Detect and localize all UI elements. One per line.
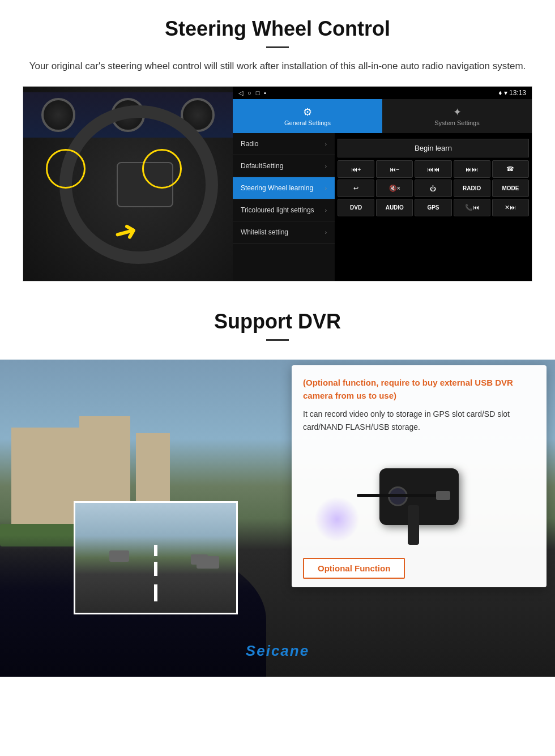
seicane-logo-text: Seicane bbox=[246, 642, 309, 659]
menu-icon: ▪ bbox=[264, 89, 266, 97]
settings-icon: ⚙ bbox=[303, 106, 312, 118]
android-ui: ◁ ○ □ ▪ ♦ ▾ 13:13 ⚙ General Settings ✦ bbox=[233, 87, 532, 281]
footage-car-1 bbox=[109, 550, 129, 562]
status-nav-icons: ◁ ○ □ ▪ bbox=[238, 89, 266, 97]
begin-learn-button[interactable]: Begin learn bbox=[338, 139, 529, 157]
back-icon: ◁ bbox=[238, 89, 243, 97]
steering-wheel-image: ➜ bbox=[23, 87, 233, 281]
ctrl-btn-mode[interactable]: MODE bbox=[492, 180, 529, 197]
android-status-bar: ◁ ○ □ ▪ ♦ ▾ 13:13 bbox=[233, 87, 532, 99]
usb-cable bbox=[357, 494, 442, 497]
ctrl-btn-radio[interactable]: RADIO bbox=[454, 180, 490, 197]
ctrl-btn-prev-track[interactable]: ⏮⏮ bbox=[415, 160, 451, 178]
menu-default-label: DefaultSetting bbox=[241, 162, 283, 170]
road-line-2 bbox=[154, 562, 157, 576]
chevron-icon: › bbox=[325, 207, 327, 213]
control-buttons-grid: ⏮+ ⏮− ⏮⏮ ⏭⏭ ☎ ↩ 🔇× ⏻ RADIO MODE DVD AUDI… bbox=[338, 160, 529, 216]
status-time-area: ♦ ▾ 13:13 bbox=[498, 89, 526, 97]
ctrl-btn-hang-up[interactable]: ↩ bbox=[338, 180, 374, 197]
footage-car-3 bbox=[197, 556, 219, 569]
road-line-3 bbox=[154, 545, 157, 556]
tab-general-settings[interactable]: ⚙ General Settings bbox=[233, 99, 382, 133]
dvr-camera-image bbox=[303, 440, 535, 553]
ctrl-btn-next-track[interactable]: ⏭⏭ bbox=[454, 160, 490, 178]
menu-item-whitelist[interactable]: Whitelist setting › bbox=[233, 221, 335, 244]
road-line-1 bbox=[154, 584, 157, 601]
title-divider bbox=[266, 46, 289, 48]
optional-function-button[interactable]: Optional Function bbox=[303, 558, 405, 579]
dashcam-footage bbox=[74, 501, 238, 614]
steering-demo: ➜ ◁ ○ □ ▪ ♦ ▾ 13:13 ⚙ G bbox=[23, 86, 532, 281]
menu-radio-label: Radio bbox=[241, 140, 258, 148]
ctrl-btn-phone-prev[interactable]: 📞⏮ bbox=[454, 199, 490, 216]
android-menu: Radio › DefaultSetting › Steering Wheel … bbox=[233, 133, 335, 281]
system-icon: ✦ bbox=[453, 106, 462, 118]
signal-icon: ♦ ▾ bbox=[498, 89, 507, 97]
tab-system-settings[interactable]: ✦ System Settings bbox=[382, 99, 532, 133]
ctrl-btn-audio[interactable]: AUDIO bbox=[376, 199, 413, 216]
footage-road bbox=[75, 503, 236, 613]
usb-connector bbox=[436, 491, 450, 500]
menu-tricoloured-label: Tricoloured light settings bbox=[241, 206, 314, 214]
ctrl-btn-phone[interactable]: ☎ bbox=[492, 160, 529, 178]
recent-icon: □ bbox=[256, 89, 260, 97]
wheel-highlight-right bbox=[142, 149, 182, 189]
dvr-info-card: (Optional function, require to buy exter… bbox=[292, 365, 547, 587]
seicane-logo: Seicane bbox=[246, 642, 309, 660]
dvr-title-area: Support DVR bbox=[0, 296, 555, 360]
tab-system-label: System Settings bbox=[434, 119, 479, 126]
dvr-optional-text: (Optional function, require to buy exter… bbox=[303, 377, 535, 402]
menu-item-steering-wheel[interactable]: Steering Wheel learning › bbox=[233, 177, 335, 199]
chevron-icon: › bbox=[325, 229, 327, 236]
gauge-left bbox=[41, 98, 75, 132]
steering-section: Steering Wheel Control Your original car… bbox=[0, 0, 555, 293]
menu-item-radio[interactable]: Radio › bbox=[233, 133, 335, 155]
dvr-title: Support DVR bbox=[0, 310, 555, 334]
wheel-highlight-left bbox=[46, 149, 86, 189]
chevron-icon: › bbox=[325, 163, 327, 169]
menu-item-tricoloured[interactable]: Tricoloured light settings › bbox=[233, 199, 335, 221]
camera-grip bbox=[408, 505, 419, 545]
android-main-content: Radio › DefaultSetting › Steering Wheel … bbox=[233, 133, 532, 281]
ctrl-btn-vol-down[interactable]: ⏮− bbox=[376, 160, 413, 178]
dvr-title-divider bbox=[266, 339, 289, 341]
dvr-description: It can record video only to storage in G… bbox=[303, 408, 535, 433]
status-time: 13:13 bbox=[509, 89, 526, 97]
building-3 bbox=[136, 433, 170, 512]
menu-item-defaultsetting[interactable]: DefaultSetting › bbox=[233, 155, 335, 177]
home-icon: ○ bbox=[247, 89, 251, 97]
android-tabs: ⚙ General Settings ✦ System Settings bbox=[233, 99, 532, 133]
android-panel: Begin learn ⏮+ ⏮− ⏮⏮ ⏭⏭ ☎ ↩ 🔇× ⏻ RADIO M… bbox=[335, 133, 532, 281]
ctrl-btn-mute[interactable]: 🔇× bbox=[376, 180, 413, 197]
light-effect bbox=[314, 497, 360, 542]
camera-body bbox=[379, 468, 459, 525]
chevron-icon: › bbox=[325, 141, 327, 147]
chevron-icon: › bbox=[325, 185, 327, 191]
building-1 bbox=[11, 428, 79, 529]
page-subtitle: Your original car's steering wheel contr… bbox=[23, 58, 532, 74]
dvr-background: Seicane (Optional function, require to b… bbox=[0, 360, 555, 677]
dvr-section: Support DVR bbox=[0, 296, 555, 677]
page-title: Steering Wheel Control bbox=[23, 17, 532, 41]
ctrl-btn-vol-up[interactable]: ⏮+ bbox=[338, 160, 374, 178]
ctrl-btn-skip[interactable]: ✕⏭ bbox=[492, 199, 529, 216]
menu-steering-label: Steering Wheel learning bbox=[241, 184, 313, 192]
ctrl-btn-power[interactable]: ⏻ bbox=[415, 180, 451, 197]
begin-learn-row: Begin learn bbox=[338, 139, 529, 157]
ctrl-btn-dvd[interactable]: DVD bbox=[338, 199, 374, 216]
menu-whitelist-label: Whitelist setting bbox=[241, 228, 288, 236]
ctrl-btn-gps[interactable]: GPS bbox=[415, 199, 451, 216]
tab-general-label: General Settings bbox=[284, 119, 331, 126]
